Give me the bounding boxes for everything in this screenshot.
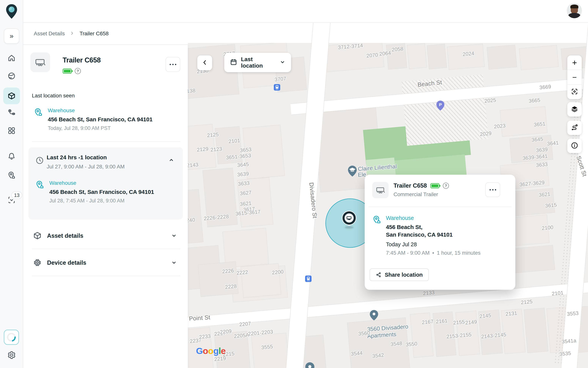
building-number-label: 2101 xyxy=(228,138,241,145)
section-asset-details[interactable]: Asset details xyxy=(28,226,183,247)
chevron-up-icon[interactable] xyxy=(169,157,174,164)
building-number-label: 3555 xyxy=(261,344,273,350)
building-number-label: 2226 xyxy=(222,268,234,275)
building-number-label: 2209 xyxy=(220,328,232,335)
help-icon[interactable] xyxy=(75,68,81,74)
parking-marker[interactable]: P xyxy=(437,101,444,111)
last-location-entry: Warehouse 456 Beach St, San Francisco, C… xyxy=(34,108,152,131)
location-place-link[interactable]: Warehouse xyxy=(48,108,152,114)
sidebar-item-settings[interactable] xyxy=(7,350,16,360)
user-avatar[interactable] xyxy=(567,3,582,18)
minus-icon xyxy=(572,74,577,81)
panel-more-button[interactable] xyxy=(165,57,180,72)
svg-text:P: P xyxy=(439,102,442,107)
building-number-label: 3621 xyxy=(240,200,252,207)
popup-more-button[interactable] xyxy=(485,182,500,197)
trailer-icon xyxy=(376,185,385,195)
route-icon xyxy=(571,124,578,132)
sidebar-item-assets-active[interactable] xyxy=(3,88,20,104)
sidebar-item-alerts[interactable] xyxy=(7,152,16,161)
section-device-details[interactable]: Device details xyxy=(28,253,183,274)
help-icon[interactable] xyxy=(443,183,449,189)
location-place-link[interactable]: Warehouse xyxy=(49,180,154,186)
collapse-sidebar-button[interactable] xyxy=(4,28,19,44)
trailer-location-marker[interactable] xyxy=(342,211,356,229)
building-number-label: 2217 xyxy=(214,330,226,337)
building-number-label: 2024 xyxy=(462,51,474,57)
building-number-label: 3621 xyxy=(538,191,551,198)
building-number-label: 3553 xyxy=(567,310,579,317)
building-number-label: 2143-2145 xyxy=(481,332,507,340)
clock-icon xyxy=(35,156,44,166)
building-number-label: 3712-3714 xyxy=(338,43,363,51)
info-icon xyxy=(571,142,578,150)
sidebar-item-apps[interactable] xyxy=(7,126,16,135)
history-title: Last 24 hrs -1 location xyxy=(47,154,107,161)
building-number-label: 2149 xyxy=(465,319,477,326)
apartments-marker[interactable] xyxy=(370,310,378,321)
building-number-label: 3615 xyxy=(545,202,557,209)
zoom-in-button[interactable] xyxy=(567,55,582,70)
sidebar-item-globe[interactable] xyxy=(7,71,16,81)
location-home-icon xyxy=(7,171,16,179)
transit-station-icon[interactable] xyxy=(305,276,312,282)
building-number-label: 2233 xyxy=(199,333,211,340)
building-number-label: 3645 xyxy=(237,161,249,168)
building-number-label: 3653 xyxy=(240,147,252,153)
asset-popup-card: Trailer C658 Commercial Trailer Warehous… xyxy=(365,175,515,290)
school-marker[interactable] xyxy=(348,166,357,177)
poi-label: 3560 Divisadero xyxy=(367,323,409,332)
map-back-button[interactable] xyxy=(197,55,212,70)
recenter-button[interactable] xyxy=(567,84,582,99)
chevron-left-icon xyxy=(201,59,208,67)
route-pin-icon xyxy=(7,108,16,117)
building-number-label: 2161 xyxy=(436,318,448,325)
location-address: 456 Beach St, San Francisco, CA 94101 xyxy=(49,189,154,195)
poi-label: Claire Lilienthal xyxy=(358,163,397,172)
time-range-selector[interactable]: Last location xyxy=(224,53,291,72)
trailer-icon xyxy=(345,213,354,222)
building-number-label: 2125 xyxy=(207,132,219,138)
app-logo-icon[interactable] xyxy=(5,4,18,19)
divider xyxy=(368,207,512,207)
history-collapse-header[interactable]: Last 24 hrs -1 location Jul 27, 9:00 AM … xyxy=(28,147,183,172)
map-canvas[interactable]: Beach StDivisadero StPoint StScott StCla… xyxy=(188,23,588,368)
live-view-count-badge: 13 xyxy=(11,191,22,199)
building-number-label: 2153-2155 xyxy=(446,332,472,340)
map-layers-button[interactable] xyxy=(567,102,582,117)
zoom-out-button[interactable] xyxy=(567,70,582,84)
location-timestamp: Today, Jul 28, 9:00 AM PST xyxy=(48,125,152,131)
map-route-button[interactable] xyxy=(567,120,582,135)
chevron-down-icon xyxy=(171,233,177,239)
popup-address-line1: 456 Beach St, xyxy=(386,224,481,230)
trailer-icon xyxy=(35,57,46,68)
map-info-button[interactable] xyxy=(567,139,582,153)
building-number-label: 3541a xyxy=(561,338,577,345)
breadcrumb: Asset Details Trailer C658 xyxy=(23,23,188,45)
share-icon xyxy=(376,272,381,278)
gear-icon xyxy=(7,351,16,359)
location-place-link[interactable]: Warehouse xyxy=(386,215,481,221)
sidebar-item-routes[interactable] xyxy=(7,108,16,117)
building-number-label: 3633 xyxy=(238,180,250,187)
bottom-poi-marker[interactable] xyxy=(305,362,314,368)
share-location-button[interactable]: Share location xyxy=(370,268,429,281)
building-number-label: 2155 xyxy=(453,319,465,326)
breadcrumb-parent-link[interactable]: Asset Details xyxy=(34,31,65,37)
cube-icon xyxy=(7,92,16,100)
building-number-label: 3542 xyxy=(372,352,384,359)
popup-time-range: 7:45 AM - 9:00 AM xyxy=(386,250,429,256)
poi-label: Apartments xyxy=(367,331,396,340)
sidebar-item-locations[interactable] xyxy=(7,171,16,180)
chevron-down-icon xyxy=(171,260,177,266)
sidebar-item-home[interactable] xyxy=(7,53,16,63)
building-number-label: 2226-2228 xyxy=(204,214,229,221)
top-bar xyxy=(23,0,588,23)
battery-full-icon xyxy=(62,69,72,74)
popup-title-row: Trailer C658 xyxy=(393,182,449,189)
transit-station-icon[interactable] xyxy=(274,84,280,91)
building-number-label: 2133 xyxy=(423,290,435,296)
popup-duration: 1 hour, 15 minutes xyxy=(437,250,481,256)
building-number-label: 2205A xyxy=(234,332,249,339)
building-number-label: 3560 xyxy=(358,330,370,337)
